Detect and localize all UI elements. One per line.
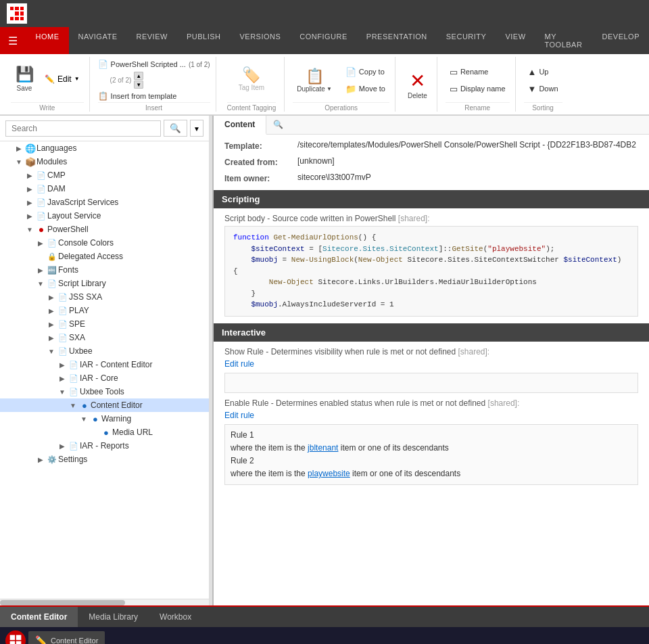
edit-rule-link-1[interactable]: Edit rule [224,359,638,369]
bottom-tab-content-editor[interactable]: Content Editor [0,607,78,627]
settings-icon: ⚙️ [46,454,58,465]
edit-rule-link-2[interactable]: Edit rule [224,411,638,420]
tree-item-iar-reports[interactable]: ▶ 📄 IAR - Reports [0,439,209,453]
tree-item-cmp[interactable]: ▶ 📄 CMP [0,168,209,182]
copy-to-button[interactable]: 📄 Copy to [341,65,389,79]
taskbar-item-content-editor[interactable]: ✏️ Content Editor [28,631,105,644]
save-icon: 💾 [16,66,34,83]
tree-item-console-colors[interactable]: ▶ 📄 Console Colors [0,236,209,250]
tree-item-layout-service[interactable]: ▶ 📄 Layout Service [0,209,209,223]
delete-button[interactable]: ✕ Delete [404,67,431,102]
toggle-iar-core: ▶ [57,375,68,382]
up-button[interactable]: ▲ Up [524,65,562,79]
script-body-shared: [shared]: [398,214,430,223]
display-name-label: Display name [460,85,506,93]
bottom-tab-media-library[interactable]: Media Library [78,607,149,627]
tree-item-jss-sxa[interactable]: ▶ 📄 JSS SXA [0,290,209,304]
tab-develop[interactable]: DEVELOP [593,27,649,54]
tree-item-media-url[interactable]: ● Media URL [0,426,209,439]
duplicate-button[interactable]: 📋 Duplicate ▼ [293,66,336,94]
down-button[interactable]: ▼ Down [524,82,562,96]
tree-item-script-library[interactable]: ▼ 📄 Script Library [0,277,209,290]
bottom-tab-workbox[interactable]: Workbox [149,607,202,627]
edit-button[interactable]: ✏️ Edit ▼ [41,72,84,87]
taskbar-start-button[interactable] [5,630,26,644]
tree-item-languages[interactable]: ▶ 🌐 Languages [0,141,209,155]
nav-up-arrow[interactable]: ▲ [134,72,143,80]
rule-1-desc: where the item is the jbltenant item or … [231,442,632,455]
svg-rect-3 [16,641,22,644]
tree-item-content-editor[interactable]: ▼ ● Content Editor [0,398,209,412]
search-icon: 🔍 [170,123,181,133]
copy-icon: 📄 [345,67,356,77]
tab-home[interactable]: HOME [26,27,69,54]
move-to-button[interactable]: 📁 Move to [341,82,389,96]
tree-item-warning[interactable]: ▼ ● Warning [0,412,209,426]
tree-item-fonts[interactable]: ▶ 🔤 Fonts [0,263,209,277]
tab-navigate[interactable]: NAVIGATE [69,27,127,54]
tree-item-settings[interactable]: ▶ ⚙️ Settings [0,453,209,466]
powershell-icon: ● [35,224,47,235]
save-button[interactable]: 💾 Save [11,63,38,95]
tree-item-powershell[interactable]: ▼ ● PowerShell [0,223,209,236]
search-button[interactable]: 🔍 [164,120,187,137]
sidebar: 🔍 ▼ ▶ 🌐 Languages ▼ 📦 Modules ▶ [0,116,210,605]
content-editor-tree-label: Content Editor [91,400,143,410]
menu-icon[interactable]: ☰ [0,27,26,54]
content-body: Template: /sitecore/templates/Modules/Po… [214,135,649,605]
uxbee-tools-icon: 📄 [68,386,80,397]
tab-presentation[interactable]: PRESENTATION [357,27,437,54]
languages-icon: 🌐 [24,143,37,154]
rename-button[interactable]: ▭ Rename [446,65,510,79]
insert-item-1[interactable]: 📄 PowerShell Scripted ... (1 of 2) [98,60,210,69]
toggle-iar-content-editor: ▶ [57,361,68,369]
tab-view[interactable]: VIEW [496,27,535,54]
playwebsite-link[interactable]: playwebsite [308,469,350,478]
jbltenant-link[interactable]: jbltenant [308,443,338,453]
tree-item-iar-content-editor[interactable]: ▶ 📄 IAR - Content Editor [0,358,209,371]
insert-item-2[interactable]: 📋 Insert from template [98,91,210,101]
resize-handle[interactable] [210,116,214,605]
display-name-button[interactable]: ▭ Display name [446,82,510,96]
tree-item-uxbee-tools[interactable]: ▼ 📄 Uxbee Tools [0,385,209,398]
created-from-field-row: Created from: [unknown] [224,156,638,167]
search-input[interactable] [5,120,161,137]
tree-item-dam[interactable]: ▶ 📄 DAM [0,182,209,196]
tab-publish[interactable]: PUBLISH [177,27,231,54]
sorting-group: ▲ Up ▼ Down Sorting [519,57,568,112]
cmp-label: CMP [47,170,66,180]
search-dropdown-button[interactable]: ▼ [190,120,203,137]
tree-item-javascript-services[interactable]: ▶ 📄 JavaScript Services [0,196,209,209]
tab-my-toolbar[interactable]: MY TOOLBAR [535,27,593,54]
tree-item-iar-core[interactable]: ▶ 📄 IAR - Core [0,371,209,385]
tree-item-sxa[interactable]: ▶ 📄 SXA [0,331,209,344]
tree-item-uxbee[interactable]: ▼ 📄 Uxbee [0,344,209,358]
uxbee-tools-label: Uxbee Tools [80,387,124,396]
sidebar-hscroll[interactable] [0,599,209,605]
copy-to-label: Copy to [359,68,385,76]
code-block: function Get-MediaUrlOptions() { $siteCo… [224,226,638,317]
tab-versions[interactable]: VERSIONS [230,27,290,54]
tab-configure[interactable]: CONFIGURE [290,27,357,54]
content-tab-content[interactable]: Content [214,116,266,135]
enable-rule-label: Enable Rule - Determines enabled status … [224,398,638,408]
tag-item-button[interactable]: 🏷️ Tag Item [235,64,268,94]
up-icon: ▲ [528,67,537,77]
sitecore-logo[interactable] [7,3,27,24]
tree-item-spe[interactable]: ▶ 📄 SPE [0,317,209,331]
iar-reports-icon: 📄 [68,440,80,451]
iar-reports-label: IAR - Reports [80,441,129,451]
tab-security[interactable]: SECURITY [437,27,496,54]
rename-icon: ▭ [450,67,458,77]
nav-down-arrow[interactable]: ▼ [134,80,143,89]
tree-item-delegated-access[interactable]: 🔒 Delegated Access [0,250,209,263]
tree-item-play[interactable]: ▶ 📄 PLAY [0,304,209,317]
hscroll-thumb [0,600,125,605]
content-tab-search[interactable]: 🔍 [266,116,290,134]
tab-review[interactable]: REVIEW [127,27,177,54]
tree-item-modules[interactable]: ▼ 📦 Modules [0,155,209,168]
console-colors-label: Console Colors [58,238,114,248]
toggle-content-editor: ▼ [68,402,78,409]
search-bar: 🔍 ▼ [0,116,209,141]
write-group: 💾 Save ✏️ Edit ▼ Write [5,57,90,112]
